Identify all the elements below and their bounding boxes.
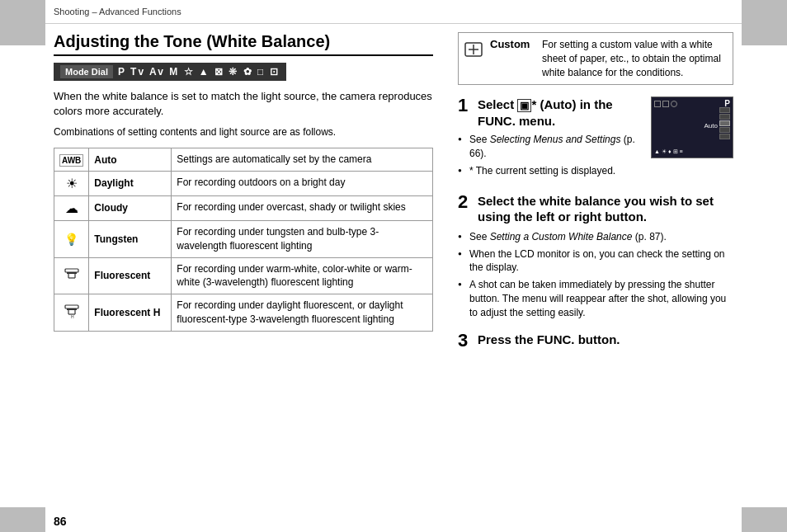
step-2-header: 2 Select the white balance you wish to s…	[458, 193, 733, 225]
table-row: Fluorescent For recording under warm-whi…	[54, 257, 433, 294]
custom-wb-icon	[464, 40, 483, 59]
wb-name-fluorescent-h: Fluorescent H	[89, 294, 172, 332]
step-2-body: See Setting a Custom White Balance (p. 8…	[458, 230, 733, 320]
left-column: Adjusting the Tone (White Balance) Mode …	[54, 32, 433, 502]
wb-icon-daylight: ☀	[54, 171, 89, 195]
corner-decoration-br	[742, 507, 787, 532]
header-bar: Shooting – Advanced Functions	[45, 0, 742, 24]
custom-name: Custom	[490, 38, 535, 50]
step-1-text: 1 Select ▣* (Auto) in the FUNC. menu. Se…	[458, 97, 643, 181]
step-3-title: Press the FUNC. button.	[478, 332, 620, 348]
wb-desc-fluorescent-h: For recording under daylight fluorescent…	[172, 294, 433, 332]
step-3-header: 3 Press the FUNC. button.	[458, 332, 733, 350]
table-row: AWB Auto Settings are automatically set …	[54, 148, 433, 172]
step-3-number: 3	[458, 332, 474, 350]
step-1-content: 1 Select ▣* (Auto) in the FUNC. menu. Se…	[458, 97, 733, 181]
wb-name-fluorescent: Fluorescent	[89, 257, 172, 294]
wb-name-cloudy: Cloudy	[89, 195, 172, 220]
step-2-bullets: See Setting a Custom White Balance (p. 8…	[458, 230, 733, 320]
right-column: Custom For setting a custom value with a…	[450, 32, 733, 502]
step-1-body: See Selecting Menus and Settings (p. 66)…	[458, 133, 643, 177]
custom-description: For setting a custom value with a white …	[542, 38, 728, 79]
page-wrapper: Shooting – Advanced Functions Adjusting …	[0, 0, 787, 532]
wb-icon-fluorescent-h: H	[54, 294, 89, 332]
main-content: Adjusting the Tone (White Balance) Mode …	[45, 24, 742, 511]
table-row: ☀ Daylight For recording outdoors on a b…	[54, 171, 433, 195]
wb-desc-auto: Settings are automatically set by the ca…	[172, 148, 433, 172]
svg-rect-1	[67, 272, 77, 274]
mode-dial-bar: Mode Dial P Tv Av M ☆ ▲ ⊠ ❊ ✿ □ ⊡	[54, 63, 286, 81]
step-1-title: Select ▣* (Auto) in the FUNC. menu.	[478, 97, 643, 129]
svg-rect-0	[65, 269, 78, 272]
wb-desc-tungsten: For recording under tungsten and bulb-ty…	[172, 220, 433, 257]
white-balance-table: AWB Auto Settings are automatically set …	[54, 148, 433, 332]
intro-text-1: When the white balance is set to match t…	[54, 89, 433, 119]
table-row: ☁ Cloudy For recording under overcast, s…	[54, 195, 433, 220]
table-row: H Fluorescent H For recording under dayl…	[54, 294, 433, 332]
custom-icon	[464, 40, 483, 64]
wb-icon-cloudy: ☁	[54, 195, 89, 220]
step-2-number: 2	[458, 193, 474, 211]
mode-dial-icons: P Tv Av M ☆ ▲ ⊠ ❊ ✿ □ ⊡	[118, 66, 280, 78]
custom-row: Custom For setting a custom value with a…	[458, 32, 733, 85]
step-1: 1 Select ▣* (Auto) in the FUNC. menu. Se…	[458, 97, 733, 181]
step-2-bullet-2: When the LCD monitor is on, you can chec…	[458, 247, 733, 275]
step-1-header: 1 Select ▣* (Auto) in the FUNC. menu.	[458, 97, 643, 129]
step-3: 3 Press the FUNC. button.	[458, 332, 733, 350]
wb-icon-tungsten: 💡	[54, 220, 89, 257]
wb-name-tungsten: Tungsten	[89, 220, 172, 257]
corner-decoration-tl	[0, 0, 45, 45]
svg-text:H: H	[71, 314, 74, 319]
wb-icon-auto: AWB	[54, 148, 89, 172]
page-number: 86	[0, 511, 787, 532]
wb-icon-fluorescent	[54, 257, 89, 294]
step-1-bullet-2: * The current setting is displayed.	[458, 164, 643, 178]
intro-text-2: Combinations of setting contents and lig…	[54, 125, 433, 139]
step-2: 2 Select the white balance you wish to s…	[458, 193, 733, 320]
wb-desc-fluorescent: For recording under warm-white, color-wh…	[172, 257, 433, 294]
table-row: 💡 Tungsten For recording under tungsten …	[54, 220, 433, 257]
svg-rect-6	[67, 308, 77, 310]
camera-preview: P Auto	[651, 97, 733, 158]
fluorescent-h-icon-svg: H	[64, 303, 80, 319]
wb-desc-cloudy: For recording under overcast, shady or t…	[172, 195, 433, 220]
corner-decoration-tr	[742, 0, 787, 45]
step-1-number: 1	[458, 97, 474, 115]
step-2-title: Select the white balance you wish to set…	[478, 193, 733, 225]
fluorescent-icon-svg	[64, 266, 80, 283]
breadcrumb: Shooting – Advanced Functions	[54, 7, 181, 16]
wb-name-daylight: Daylight	[89, 171, 172, 195]
page-title: Adjusting the Tone (White Balance)	[54, 32, 433, 56]
svg-rect-5	[65, 305, 78, 308]
wb-name-auto: Auto	[89, 148, 172, 172]
step-2-bullet-1: See Setting a Custom White Balance (p. 8…	[458, 230, 733, 244]
step-1-bullet-1: See Selecting Menus and Settings (p. 66)…	[458, 133, 643, 161]
wb-desc-daylight: For recording outdoors on a bright day	[172, 171, 433, 195]
step-2-bullet-3: A shot can be taken immediately by press…	[458, 278, 733, 319]
mode-dial-label: Mode Dial	[60, 65, 113, 78]
step-1-bullets: See Selecting Menus and Settings (p. 66)…	[458, 133, 643, 177]
corner-decoration-bl	[0, 507, 45, 532]
